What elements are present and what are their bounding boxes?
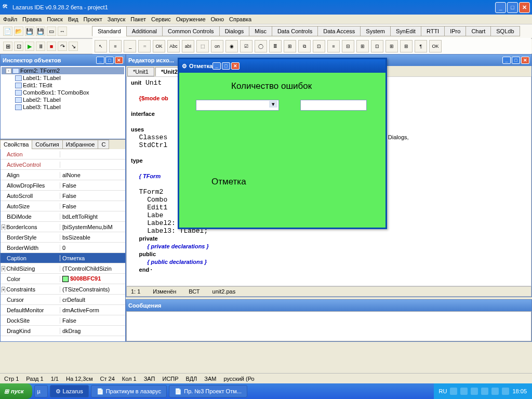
menu-item[interactable]: Проект (84, 16, 102, 22)
form-close-button[interactable]: ✕ (231, 62, 240, 70)
open-icon[interactable]: 📂 (14, 26, 23, 36)
save-icon[interactable]: 💾 (25, 26, 34, 36)
forms-icon[interactable]: ⊡ (14, 42, 23, 51)
palette-item[interactable]: ⎓ (138, 40, 151, 52)
palette-item[interactable]: OK (429, 40, 442, 52)
tray-icon[interactable] (471, 388, 478, 395)
tray-icon[interactable] (481, 388, 488, 395)
menu-item[interactable]: Справка (229, 16, 251, 22)
tray-icon[interactable] (491, 388, 499, 395)
component-tab[interactable]: Common Controls (162, 26, 220, 36)
saveall-icon[interactable]: 💾 (36, 26, 45, 36)
prop-tab[interactable]: Избранное (62, 140, 99, 149)
component-tab[interactable]: IPro (444, 26, 466, 36)
new-icon[interactable]: 📄 (3, 26, 12, 36)
form-titlebar[interactable]: ⚙ Отметка _ □ ✕ (179, 59, 385, 73)
component-tab[interactable]: SynEdit (390, 26, 421, 36)
messages-body[interactable] (126, 311, 531, 341)
menu-item[interactable]: Файл (3, 16, 17, 22)
menu-item[interactable]: Правка (22, 16, 42, 22)
editor-tab[interactable]: *Unit1 (127, 67, 154, 76)
form-min-button[interactable]: _ (212, 62, 221, 70)
palette-item[interactable]: ⊞ (356, 40, 369, 52)
inspector-min-button[interactable]: _ (96, 57, 104, 64)
component-tab[interactable]: RTTI (421, 26, 445, 36)
property-row[interactable]: BorderWidth0 (1, 243, 125, 253)
tray-icon[interactable] (450, 388, 457, 395)
palette-item[interactable]: ¶ (415, 40, 427, 52)
stepinto-icon[interactable]: ↘ (69, 42, 78, 51)
form-max-button[interactable]: □ (222, 62, 230, 70)
property-row[interactable]: AlignalNone (1, 170, 125, 180)
close-button[interactable]: ✕ (519, 2, 530, 13)
combobox1[interactable] (196, 100, 279, 111)
taskbar-item[interactable]: 📄Практикум в лазарус (91, 385, 167, 397)
menu-item[interactable]: Поиск (47, 16, 62, 22)
taskbar-item[interactable]: ⚙Lazarus (50, 385, 89, 397)
editor-min-button[interactable]: _ (502, 57, 511, 64)
property-row[interactable]: ActiveControl (1, 159, 125, 170)
palette-item[interactable]: ⊞ (385, 40, 398, 52)
palette-item[interactable]: ≡ (327, 40, 340, 52)
component-tab[interactable]: Chart (466, 26, 491, 36)
component-tab[interactable]: System (360, 26, 391, 36)
property-row[interactable]: +ChildSizing(TControlChildSizin (1, 263, 125, 274)
prop-tab[interactable]: События (32, 140, 62, 149)
inspector-close-button[interactable]: ✕ (115, 57, 123, 64)
component-tab[interactable]: Standard (92, 26, 127, 36)
component-tab[interactable]: SQLdb (490, 26, 520, 36)
run-icon[interactable]: ▶ (25, 42, 34, 51)
tree-item[interactable]: Edit1: TEdit (2, 82, 124, 89)
pause-icon[interactable]: ⏸ (36, 42, 45, 51)
stepover-icon[interactable]: ↷ (58, 42, 67, 51)
palette-item[interactable]: ⎯ (124, 40, 136, 52)
form-designer-surface[interactable]: Количество ошибок Отметка (179, 73, 385, 228)
palette-item[interactable]: ⬚ (196, 40, 209, 52)
stop-icon[interactable]: ■ (47, 42, 56, 51)
property-row[interactable]: AutoScrollFalse (1, 191, 125, 201)
palette-item[interactable]: OK (153, 40, 165, 52)
property-row[interactable]: +BorderIcons[biSystemMenu,biM (1, 222, 125, 232)
maximize-button[interactable]: □ (507, 2, 518, 13)
palette-item[interactable]: ⊞ (400, 40, 413, 52)
palette-item[interactable]: abI (182, 40, 194, 52)
tree-item[interactable]: -Form2: TForm2 (2, 67, 124, 74)
tree-item[interactable]: Label1: TLabel (2, 74, 124, 82)
units-icon[interactable]: ⊞ (3, 42, 12, 51)
palette-item[interactable]: ⧉ (298, 40, 311, 52)
tray-utorrent[interactable]: µ (34, 385, 48, 397)
form-designer-window[interactable]: ⚙ Отметка _ □ ✕ Количество ошибок Отметк… (178, 58, 387, 229)
palette-item[interactable]: Abc (167, 40, 180, 52)
palette-item[interactable]: ≣ (269, 40, 282, 52)
prop-tab[interactable]: Свойства (0, 140, 32, 149)
lang-indicator[interactable]: RU (439, 388, 447, 394)
menu-item[interactable]: Вид (68, 16, 78, 22)
taskbar-item[interactable]: 📄Пр. №3 Проект Отм... (169, 385, 247, 397)
palette-item[interactable]: ◉ (225, 40, 238, 52)
component-tab[interactable]: Data Access (317, 26, 361, 36)
property-row[interactable]: DragKinddkDrag (1, 326, 125, 336)
property-row[interactable]: AllowDropFilesFalse (1, 180, 125, 191)
palette-item[interactable]: ↖ (95, 40, 107, 52)
component-tab[interactable]: Dialogs (219, 26, 250, 36)
property-row[interactable]: CaptionОтметка (1, 253, 125, 263)
property-row[interactable]: Action (1, 149, 125, 159)
property-row[interactable]: DefaultMonitordmActiveForm (1, 305, 125, 315)
palette-item[interactable]: on (211, 40, 223, 52)
palette-item[interactable]: ⊟ (342, 40, 354, 52)
property-row[interactable]: +Constraints(TSizeConstraints) (1, 284, 125, 295)
label1[interactable]: Количество ошибок (231, 81, 312, 91)
tray-icon[interactable] (460, 388, 468, 395)
menu-item[interactable]: Пакет (130, 16, 146, 22)
editor-close-button[interactable]: ✕ (521, 57, 529, 64)
clock[interactable]: 18:05 (512, 388, 527, 394)
edit1[interactable] (300, 100, 367, 111)
property-row[interactable]: AutoSizeFalse (1, 201, 125, 211)
property-row[interactable]: CursorcrDefault (1, 295, 125, 305)
component-tab[interactable]: Additional (126, 26, 163, 36)
toggle-icon[interactable]: ↔ (58, 26, 67, 36)
property-row[interactable]: Color$008BFC91 (1, 274, 125, 284)
component-tab[interactable]: Misc (249, 26, 272, 36)
property-row[interactable]: BorderStylebsSizeable (1, 232, 125, 243)
palette-item[interactable]: ◯ (255, 40, 267, 52)
